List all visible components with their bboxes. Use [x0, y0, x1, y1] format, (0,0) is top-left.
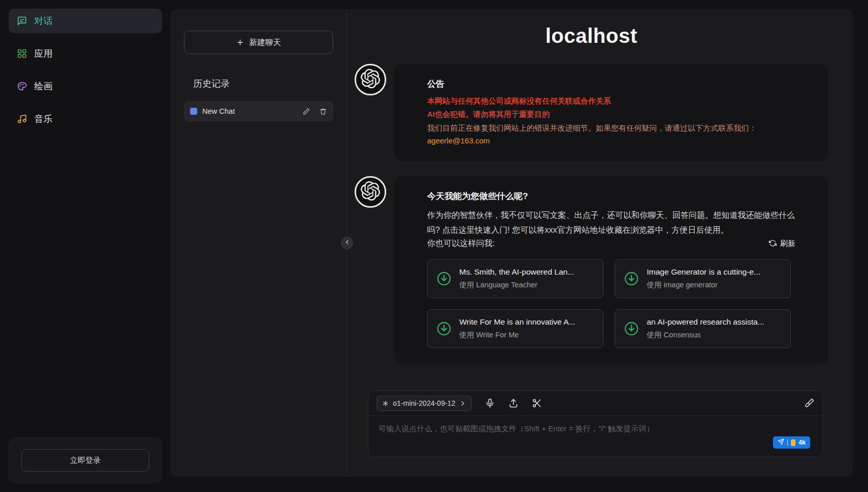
model-selector[interactable]: o1-mini-2024-09-12 — [377, 396, 472, 411]
sidebar-item-label: 应用 — [34, 47, 53, 60]
welcome-title: 今天我能为您做些什么呢? — [427, 190, 795, 202]
message-announcement: 公告 本网站与任何其他公司或商标没有任何关联或合作关系 AI也会犯错。请勿将其用… — [355, 64, 828, 161]
composer-toolbar: o1-mini-2024-09-12 — [368, 391, 823, 416]
trash-icon — [319, 108, 327, 115]
new-chat-label: 新建聊天 — [249, 37, 281, 48]
sidebar-item-chat[interactable]: 对话 — [9, 9, 162, 33]
refresh-icon — [769, 239, 777, 249]
sparkle-icon — [382, 400, 389, 407]
plus-icon — [236, 38, 244, 46]
sidebar-nav: 对话 应用 绘画 音乐 — [9, 9, 162, 131]
welcome-body: 作为你的智慧伙伴，我不仅可以写文案、出点子，还可以和你聊天、回答问题。想知道我还… — [427, 208, 795, 238]
suggestion-card[interactable]: an AI-powered research assista... 使用 Con… — [615, 309, 791, 348]
ask-hint: 你也可以这样问我: — [427, 238, 495, 249]
sidebar-item-label: 音乐 — [34, 113, 53, 125]
model-label: o1-mini-2024-09-12 — [393, 399, 455, 407]
suggestion-subtitle: 使用 Consensus — [647, 330, 764, 340]
sidebar-item-label: 对话 — [34, 15, 53, 27]
battery-icon — [791, 439, 795, 446]
page-title: localhost — [355, 24, 828, 47]
collapse-panel-button[interactable] — [341, 237, 353, 249]
scissors-button[interactable] — [532, 398, 542, 408]
circle-arrow-down-icon — [623, 270, 640, 287]
sidebar-item-label: 绘画 — [34, 80, 53, 92]
mic-icon — [485, 398, 495, 408]
badge-divider — [787, 439, 788, 446]
suggestion-subtitle: 使用 image generator — [647, 280, 760, 290]
paper-plane-icon — [778, 438, 784, 447]
openai-logo-icon — [361, 69, 380, 90]
openai-logo-icon — [361, 181, 380, 203]
assistant-avatar — [355, 64, 386, 95]
chat-list-panel: 新建聊天 历史记录 New Chat — [171, 9, 347, 477]
chevron-right-icon — [459, 400, 466, 407]
announcement-line-2: AI也会犯错。请勿将其用于重要目的 — [427, 108, 795, 120]
clear-button[interactable] — [804, 398, 814, 408]
composer: o1-mini-2024-09-12 — [368, 390, 823, 457]
scissors-icon — [532, 398, 542, 408]
upload-button[interactable] — [508, 398, 519, 408]
chat-area: localhost 公告 本网站与任何其他公司或商标没有任何关联或合作关系 AI… — [347, 9, 853, 477]
suggestions-grid: Ms. Smith, the AI-powered Lan... 使用 Lang… — [427, 259, 795, 348]
brush-icon — [804, 398, 814, 408]
refresh-label: 刷新 — [780, 239, 795, 249]
mic-button[interactable] — [485, 398, 495, 408]
palette-icon — [17, 81, 27, 91]
edit-chat-button[interactable] — [302, 108, 310, 115]
chat-color-swatch — [190, 108, 197, 115]
contact-email-link[interactable]: ageerle@163.com — [427, 136, 490, 145]
sidebar: 对话 应用 绘画 音乐 立即登录 — [0, 0, 171, 492]
suggestion-title: Image Generator is a cutting-e... — [647, 267, 760, 277]
login-button[interactable]: 立即登录 — [21, 449, 149, 472]
refresh-button[interactable]: 刷新 — [769, 239, 795, 249]
message-welcome: 今天我能为您做些什么呢? 作为你的智慧伙伴，我不仅可以写文案、出点子，还可以和你… — [355, 176, 828, 364]
message-bubble-welcome: 今天我能为您做些什么呢? 作为你的智慧伙伴，我不仅可以写文案、出点子，还可以和你… — [394, 176, 828, 364]
sidebar-item-apps[interactable]: 应用 — [9, 41, 162, 66]
delete-chat-button[interactable] — [319, 108, 327, 115]
token-count: 4k — [799, 439, 806, 446]
circle-arrow-down-icon — [436, 270, 452, 287]
suggestion-card[interactable]: Image Generator is a cutting-e... 使用 ima… — [615, 259, 791, 298]
send-button[interactable]: 4k — [773, 436, 810, 449]
chat-title: New Chat — [202, 107, 293, 115]
announcement-line-1: 本网站与任何其他公司或商标没有任何关联或合作关系 — [427, 95, 795, 107]
upload-icon — [508, 398, 519, 408]
apps-grid-icon — [17, 48, 27, 59]
app: 对话 应用 绘画 音乐 立即登录 — [0, 0, 868, 492]
history-title: 历史记录 — [193, 78, 333, 90]
circle-arrow-down-icon — [436, 321, 452, 337]
edit-icon — [302, 108, 310, 115]
suggestion-title: Ms. Smith, the AI-powered Lan... — [459, 267, 574, 277]
announcement-title: 公告 — [427, 78, 795, 90]
suggestion-title: Write For Me is an innovative A... — [459, 317, 575, 327]
chat-bubble-icon — [17, 16, 27, 26]
suggestion-card[interactable]: Write For Me is an innovative A... 使用 Wr… — [427, 309, 603, 348]
circle-arrow-down-icon — [623, 321, 640, 337]
message-bubble-announcement: 公告 本网站与任何其他公司或商标没有任何关联或合作关系 AI也会犯错。请勿将其用… — [394, 64, 828, 161]
suggestion-subtitle: 使用 Write For Me — [459, 330, 575, 340]
chevron-left-icon — [344, 239, 350, 247]
assistant-avatar — [355, 176, 386, 208]
message-input[interactable] — [368, 416, 695, 457]
sidebar-item-music[interactable]: 音乐 — [9, 107, 162, 131]
new-chat-button[interactable]: 新建聊天 — [184, 31, 333, 54]
login-panel: 立即登录 — [9, 437, 162, 483]
announcement-line-3: 我们目前正在修复我们网站上的错误并改进细节。如果您有任何疑问，请通过以下方式联系… — [427, 122, 795, 134]
suggestion-card[interactable]: Ms. Smith, the AI-powered Lan... 使用 Lang… — [427, 259, 603, 298]
music-note-icon — [17, 114, 27, 124]
chat-history-item[interactable]: New Chat — [184, 101, 333, 121]
content-panel: 新建聊天 历史记录 New Chat — [171, 9, 853, 477]
suggestion-title: an AI-powered research assista... — [647, 317, 764, 327]
sidebar-item-drawing[interactable]: 绘画 — [9, 74, 162, 99]
suggestion-subtitle: 使用 Language Teacher — [459, 280, 574, 290]
